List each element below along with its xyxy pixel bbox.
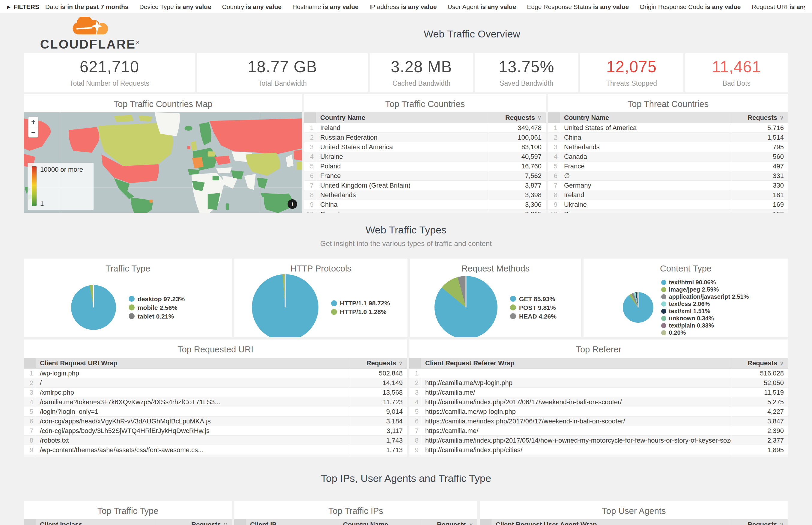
- table-cell: 349,478: [489, 123, 546, 133]
- sort-desc-icon[interactable]: ∨: [537, 114, 542, 121]
- filters-label: FILTERS: [14, 3, 39, 11]
- legend-swatch: [129, 313, 135, 319]
- column-header: [234, 519, 246, 525]
- column-header: Requests∨: [731, 519, 788, 525]
- table-cell: 5,275: [731, 397, 788, 407]
- sort-desc-icon[interactable]: ∨: [469, 521, 473, 525]
- card-title: Top Traffic IPs: [234, 501, 477, 519]
- filter-field: IP address: [369, 3, 401, 10]
- table-cell: 4: [409, 397, 421, 407]
- legend-item: text/css 2.06%: [661, 300, 749, 308]
- table-cell: 8: [304, 190, 316, 199]
- table-cell: 10: [304, 209, 316, 213]
- legend-swatch: [661, 316, 666, 321]
- filter-chip[interactable]: Request URI is any value: [752, 3, 805, 11]
- filter-value: is any value: [401, 3, 437, 10]
- filter-chip[interactable]: User Agent is any value: [448, 3, 516, 11]
- filter-chip[interactable]: IP address is any value: [369, 3, 437, 11]
- table-row: 5Poland16,760: [304, 162, 546, 171]
- filters-toggle[interactable]: ▶ FILTERS: [7, 3, 39, 11]
- legend-label: HEAD 4.26%: [519, 312, 557, 321]
- legend-item: HEAD 4.26%: [510, 312, 557, 321]
- legend-swatch: [129, 296, 135, 302]
- zoom-in-button[interactable]: +: [29, 117, 38, 127]
- filter-chip[interactable]: Edge Response Status is any value: [527, 3, 629, 11]
- legend-swatch: [661, 330, 666, 335]
- table-cell: /robots.txt: [36, 437, 350, 445]
- table-cell: 1,713: [350, 445, 407, 454]
- table-cell: 3: [304, 142, 316, 152]
- table-row: 2China1,514: [548, 133, 788, 142]
- filter-value: is in the past 7 months: [60, 3, 129, 10]
- filter-chip[interactable]: Date is in the past 7 months: [45, 3, 129, 11]
- filter-chip[interactable]: Origin Response Code is any value: [639, 3, 741, 11]
- traffic-type-pie-chart: [71, 285, 116, 330]
- top-requested-uri-table: Client Request URI WrapRequests∨1/wp-log…: [24, 358, 407, 457]
- table-cell: Canada: [316, 210, 489, 213]
- filter-value: is any value: [246, 3, 282, 10]
- section-title: Top IPs, User Agents and Traffic Type: [24, 472, 788, 484]
- card-title: HTTP Protocols: [234, 259, 408, 277]
- top-user-agents-table: Client Request User Agent WrapRequests∨1…: [480, 519, 788, 525]
- stat-card: 12,075Threats Stopped: [580, 53, 683, 92]
- table-cell: 7,562: [489, 171, 546, 180]
- table-header-row: Client IpclassRequests∨: [24, 519, 232, 525]
- legend-swatch: [661, 301, 666, 306]
- sort-desc-icon[interactable]: ∨: [780, 360, 784, 366]
- table-cell: 100,061: [489, 133, 546, 142]
- table-row: 1/wp-login.php502,848: [24, 369, 407, 378]
- content-type-pie-chart: [623, 292, 653, 323]
- table-cell: 9: [409, 445, 421, 454]
- table-row: 8/robots.txt1,743: [24, 436, 407, 445]
- table-cell: 9: [548, 200, 560, 209]
- table-row: 4Ukraine40,597: [304, 152, 546, 162]
- sort-desc-icon[interactable]: ∨: [780, 521, 784, 525]
- table-cell: http://camilia.me/index.php/2017/05/14/h…: [421, 437, 731, 445]
- table-cell: /xmlrpc.php: [36, 389, 350, 396]
- filter-chip[interactable]: Device Type is any value: [139, 3, 211, 11]
- stat-label: Total Number of Requests: [70, 79, 149, 88]
- legend-item: HTTP/1.0 1.28%: [331, 308, 390, 316]
- sort-desc-icon[interactable]: ∨: [780, 114, 784, 121]
- table-cell: 11,723: [350, 397, 407, 407]
- table-row: 9http://camilia.me/index.php/cities/1,89…: [409, 445, 788, 455]
- legend-item: HTTP/1.1 98.72%: [331, 299, 390, 308]
- table-row: 7https://camilia.me/2,390: [409, 426, 788, 436]
- sort-desc-icon[interactable]: ∨: [223, 521, 227, 525]
- zoom-out-button[interactable]: −: [29, 127, 38, 137]
- content-type-card: Content Type text/html 90.06%image/jpeg …: [584, 259, 788, 337]
- filter-chip[interactable]: Country is any value: [222, 3, 282, 11]
- table-cell: 560: [731, 152, 788, 161]
- table-cell: 83,100: [489, 142, 546, 152]
- traffic-type-legend: desktop 97.23%mobile 2.56%tablet 0.21%: [129, 295, 185, 321]
- stats-row: 621,710Total Number of Requests18.77 GBT…: [24, 53, 788, 92]
- table-cell: 7: [409, 426, 421, 435]
- legend-swatch: [510, 313, 516, 319]
- stat-card: 13.75%Saved Bandwidth: [475, 53, 578, 92]
- table-cell: /wp-content/themes/ashe/assets/js/script…: [36, 456, 350, 457]
- column-header: Requests∨: [350, 358, 407, 368]
- info-icon[interactable]: i: [287, 199, 297, 209]
- table-cell: /cdn-cgi/apps/head/xVgyKhR-vV3dAUGhMqfBc…: [36, 417, 350, 425]
- world-map[interactable]: + − 10000 or more 1 i: [24, 112, 302, 213]
- legend-item: desktop 97.23%: [129, 295, 185, 303]
- table-header-row: Client Request Referer WrapRequests∨: [409, 358, 788, 369]
- table-cell: 16,760: [489, 162, 546, 171]
- table-cell: United States of America: [560, 124, 731, 132]
- table-cell: 2: [304, 133, 316, 142]
- top-ips-section-header: Top IPs, User Agents and Traffic Type: [24, 472, 788, 484]
- table-row: 8Ireland181: [548, 190, 788, 200]
- sort-desc-icon[interactable]: ∨: [399, 360, 403, 366]
- table-cell: United States of America: [316, 143, 489, 151]
- legend-swatch: [510, 296, 516, 302]
- column-header: Client Request User Agent Wrap: [492, 521, 731, 525]
- table-cell: 1: [24, 369, 36, 378]
- table-row: 1Ireland349,478: [304, 123, 546, 133]
- table-cell: 158: [731, 209, 788, 213]
- column-header: Client Request URI Wrap: [36, 359, 350, 367]
- table-cell: France: [316, 172, 489, 180]
- filter-chip[interactable]: Hostname is any value: [292, 3, 359, 11]
- filter-list: Date is in the past 7 monthsDevice Type …: [45, 3, 805, 11]
- table-cell: China: [560, 134, 731, 141]
- table-cell: /wp-login.php: [36, 370, 350, 377]
